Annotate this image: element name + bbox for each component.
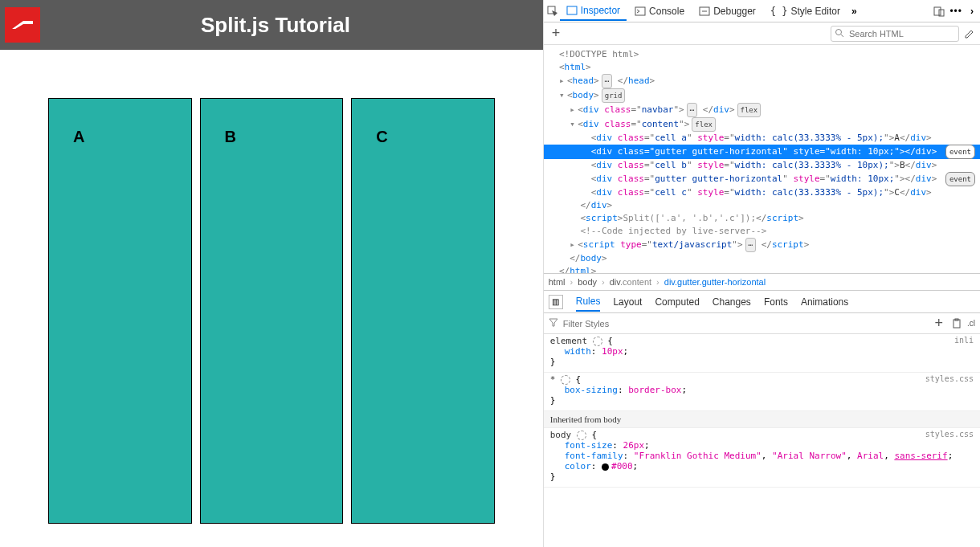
selected-node[interactable]: <div class="gutter gutter-horizontal" st…: [544, 145, 980, 159]
breadcrumb[interactable]: html › body › div.content › div.gutter.g…: [544, 273, 980, 291]
rtab-layout[interactable]: Layout: [613, 293, 642, 311]
doctype-line: <!DOCTYPE html>: [559, 49, 639, 59]
rule-source: styles.css: [925, 430, 974, 439]
rule-source: inli: [954, 336, 974, 345]
pick-element-icon[interactable]: [547, 6, 558, 17]
overflow-icon[interactable]: »: [848, 6, 860, 17]
dom-searchbar: +: [544, 22, 980, 45]
svg-point-6: [836, 29, 842, 35]
inherited-header: Inherited from body: [544, 411, 980, 428]
cell-b[interactable]: B: [200, 98, 344, 524]
rule-element[interactable]: inli element { width: 10px; }: [544, 334, 980, 373]
svg-rect-2: [635, 7, 645, 15]
color-swatch-icon[interactable]: [602, 463, 609, 471]
tab-debugger-label: Debugger: [713, 6, 756, 17]
navbar: Split.js Tutorial: [0, 0, 543, 50]
svg-rect-4: [934, 7, 941, 15]
rtab-computed[interactable]: Computed: [655, 293, 699, 311]
split-container: A B C: [0, 50, 543, 524]
rendered-page: Split.js Tutorial A B C: [0, 0, 543, 547]
add-node-icon[interactable]: +: [549, 25, 564, 42]
logo-icon: [5, 7, 40, 43]
gear-icon[interactable]: [593, 337, 602, 346]
rule-body[interactable]: styles.css body { font-size: 26px; font-…: [544, 428, 980, 488]
tab-debugger[interactable]: Debugger: [692, 2, 762, 20]
chevron-right-icon[interactable]: ›: [967, 6, 977, 17]
tab-style-editor[interactable]: { } Style Editor: [764, 2, 847, 20]
rtab-changes[interactable]: Changes: [713, 293, 751, 311]
tab-console-label: Console: [649, 6, 684, 17]
devtools-panel: Inspector Console Debugger { } Style Edi…: [543, 0, 980, 547]
add-rule-icon[interactable]: +: [931, 315, 946, 332]
clipboard-icon[interactable]: [951, 318, 962, 329]
kebab-icon[interactable]: •••: [946, 6, 966, 17]
rules-pane[interactable]: inli element { width: 10px; } styles.css…: [544, 334, 980, 547]
svg-rect-1: [567, 6, 577, 14]
tab-style-editor-label: Style Editor: [791, 6, 840, 17]
rule-source: styles.css: [925, 374, 974, 383]
rtab-fonts[interactable]: Fonts: [764, 293, 788, 311]
responsive-icon[interactable]: [933, 6, 945, 17]
tab-inspector-label: Inspector: [581, 5, 620, 16]
edit-icon[interactable]: [964, 28, 975, 39]
devtools-toolbar: Inspector Console Debugger { } Style Edi…: [544, 0, 980, 22]
crumb-body[interactable]: body: [578, 277, 597, 287]
rtab-animations[interactable]: Animations: [801, 293, 848, 311]
tab-console[interactable]: Console: [628, 2, 691, 20]
gear-icon[interactable]: [577, 431, 586, 440]
crumb-current[interactable]: div.gutter.gutter-horizontal: [664, 277, 766, 287]
gear-icon[interactable]: [561, 375, 570, 385]
page-title: Split.js Tutorial: [201, 13, 350, 38]
filter-row: + .cl: [544, 313, 980, 334]
rules-tabs: ▥ Rules Layout Computed Changes Fonts An…: [544, 291, 980, 313]
search-html-input[interactable]: [831, 26, 959, 42]
filter-styles-input[interactable]: [563, 319, 927, 329]
layout-overlay-icon[interactable]: ▥: [549, 295, 563, 309]
search-icon: [835, 28, 844, 40]
dom-tree[interactable]: <!DOCTYPE html> <html> ▸<head>⋯ </head> …: [544, 45, 980, 273]
tab-inspector[interactable]: Inspector: [560, 2, 627, 21]
class-toggle-label[interactable]: .cl: [967, 319, 975, 328]
rule-universal[interactable]: styles.css * { box-sizing: border-box; }: [544, 373, 980, 411]
cell-c[interactable]: C: [351, 98, 495, 524]
cell-a[interactable]: A: [48, 98, 192, 524]
crumb-html[interactable]: html: [549, 277, 566, 287]
rtab-rules[interactable]: Rules: [576, 292, 601, 312]
funnel-icon: [549, 317, 558, 329]
